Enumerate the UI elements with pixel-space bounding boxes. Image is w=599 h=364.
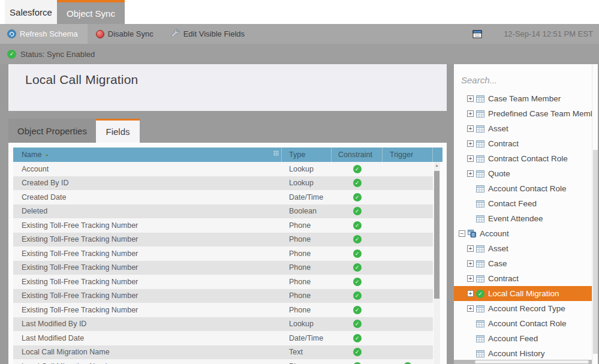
- tree-item-label: Event Attendee: [488, 214, 543, 223]
- table-icon: [476, 215, 484, 222]
- table-row[interactable]: Existing Toll-Free Tracking NumberPhone✓: [13, 275, 433, 289]
- column-header-name[interactable]: Name ▲: [13, 148, 282, 162]
- table-row[interactable]: Existing Toll-Free Tracking NumberPhone✓: [13, 289, 433, 303]
- table-row[interactable]: DeletedBoolean✓: [13, 204, 433, 219]
- tree-item-predefined-case-team-member[interactable]: +Predefined Case Team Member: [454, 106, 592, 121]
- column-header-type[interactable]: Type: [282, 148, 332, 162]
- tree-item-account[interactable]: −Account: [454, 226, 592, 241]
- expand-icon[interactable]: +: [467, 95, 474, 102]
- tree-item-label: Account Contact Role: [488, 184, 567, 193]
- expand-icon[interactable]: +: [467, 275, 474, 282]
- cell-constraint: ✓: [332, 303, 383, 317]
- table-row[interactable]: Created By IDLookup✓: [13, 176, 433, 191]
- tree-item-label: Account Contact Role: [488, 319, 567, 328]
- constraint-check-icon: ✓: [353, 306, 362, 314]
- cell-constraint: ✓: [332, 275, 383, 289]
- cell-constraint: ✓: [332, 345, 383, 360]
- tree-item-label: Account Record Type: [488, 304, 565, 313]
- table-icon: [476, 170, 484, 178]
- sidebar-horizontal-scrollbar[interactable]: [454, 360, 592, 364]
- tree-item-account-contact-role[interactable]: Account Contact Role: [454, 181, 592, 196]
- page-title: Local Call Migration: [8, 64, 447, 87]
- constraint-check-icon: ✓: [353, 278, 362, 286]
- cell-name: Existing Toll-Free Tracking Number: [13, 303, 282, 317]
- tree-item-local-call-migration[interactable]: +✓Local Call Migration: [454, 286, 592, 301]
- expand-icon[interactable]: +: [467, 170, 474, 177]
- cell-constraint: ✓: [332, 162, 383, 176]
- edit-visible-fields-button[interactable]: Edit Visible Fields: [162, 24, 253, 44]
- tree-item-case-team-member[interactable]: +Case Team Member: [454, 91, 592, 106]
- table-row[interactable]: Last Modified By IDLookup✓: [13, 317, 433, 332]
- tree-item-account-contact-role[interactable]: Account Contact Role: [454, 316, 592, 331]
- tree-item-account-history[interactable]: Account History: [454, 346, 592, 361]
- expand-icon[interactable]: +: [467, 245, 474, 252]
- tree-item-event-attendee[interactable]: Event Attendee: [454, 211, 592, 226]
- refresh-schema-button[interactable]: Refresh Schema: [0, 24, 88, 44]
- table-icon: [476, 350, 484, 357]
- cell-name: Created Date: [13, 190, 282, 204]
- tree-item-account-record-type[interactable]: +Account Record Type: [454, 301, 592, 316]
- table-row[interactable]: Local Call Migration NumberPhone✓✓: [13, 359, 433, 364]
- constraint-check-icon: ✓: [353, 249, 362, 258]
- constraint-check-icon: ✓: [353, 207, 362, 215]
- cell-type: Phone: [282, 289, 332, 303]
- tab-salesforce[interactable]: Salesforce: [5, 0, 57, 24]
- table-row[interactable]: Existing Toll-Free Tracking NumberPhone✓: [13, 303, 433, 317]
- collapse-icon[interactable]: −: [459, 230, 465, 237]
- table-row[interactable]: Existing Toll-Free Tracking NumberPhone✓: [13, 261, 433, 275]
- tree-item-quote[interactable]: +Quote: [454, 166, 592, 181]
- tree-item-account-feed[interactable]: Account Feed: [454, 331, 592, 346]
- table-row[interactable]: Existing Toll-Free Tracking NumberPhone✓: [13, 233, 433, 247]
- scroll-up-arrow-icon[interactable]: ▲: [434, 163, 440, 167]
- cell-trigger: [383, 289, 433, 303]
- table-vertical-scrollbar[interactable]: ▲: [434, 162, 440, 364]
- cell-trigger: [383, 275, 433, 289]
- tree-item-asset[interactable]: +Asset: [454, 121, 592, 136]
- tree-item-label: Quote: [488, 169, 510, 178]
- expand-icon[interactable]: +: [467, 305, 474, 312]
- table-row[interactable]: Existing Toll-Free Tracking NumberPhone✓: [13, 218, 433, 233]
- table-row[interactable]: AccountLookup✓: [13, 162, 433, 176]
- column-header-trigger[interactable]: Trigger: [383, 148, 433, 162]
- column-header-constraint[interactable]: Constraint: [332, 148, 383, 162]
- status-text: Status: Sync Enabled: [20, 50, 95, 59]
- table-icon: [476, 335, 484, 342]
- tab-fields[interactable]: Fields: [96, 119, 140, 143]
- tab-object-sync-label: Object Sync: [67, 8, 115, 19]
- tree-item-asset[interactable]: +Asset: [454, 241, 592, 256]
- cell-constraint: ✓: [332, 233, 383, 247]
- expand-icon[interactable]: +: [467, 140, 474, 147]
- expand-icon[interactable]: +: [467, 155, 474, 162]
- tree-item-contract[interactable]: +Contract: [454, 136, 592, 151]
- cell-type: Boolean: [282, 204, 332, 219]
- tab-object-sync[interactable]: Object Sync: [57, 0, 125, 24]
- sidebar-vertical-scrollbar[interactable]: [592, 64, 598, 364]
- expand-icon[interactable]: +: [467, 110, 474, 117]
- column-header-spacer: [433, 148, 443, 162]
- expand-icon[interactable]: +: [467, 125, 474, 132]
- tree-item-label: Contact Feed: [488, 199, 537, 208]
- app-window: Salesforce Object Sync Refresh Schema Di…: [0, 0, 599, 364]
- tree-item-case[interactable]: +Case: [454, 256, 592, 271]
- tree-item-contact-feed[interactable]: Contact Feed: [454, 196, 592, 211]
- disable-sync-button[interactable]: Disable Sync: [88, 24, 162, 44]
- table-row[interactable]: Local Call Migration NameText✓: [13, 345, 433, 360]
- tree-item-contract-contact-role[interactable]: +Contract Contact Role: [454, 151, 592, 166]
- object-title-panel: Local Call Migration: [8, 64, 447, 111]
- calendar-icon[interactable]: [472, 30, 482, 38]
- sidebar-vscroll-thumb[interactable]: [593, 150, 598, 354]
- search-input[interactable]: [461, 72, 581, 88]
- cell-trigger: [383, 317, 433, 332]
- table-row[interactable]: Created DateDate/Time✓: [13, 190, 433, 204]
- tree-item-contract[interactable]: +Contract: [454, 271, 592, 286]
- table-row[interactable]: Last Modified DateDate/Time✓: [13, 331, 433, 345]
- tab-object-properties[interactable]: Object Properties: [8, 119, 96, 143]
- sidebar-hscroll-thumb[interactable]: [475, 360, 589, 363]
- tree-item-label: Case Team Member: [488, 94, 561, 103]
- table-scrollbar-thumb[interactable]: [434, 171, 440, 299]
- column-resize-handle-icon[interactable]: [273, 149, 279, 158]
- table-row[interactable]: Existing Toll-Free Tracking NumberPhone✓: [13, 246, 433, 261]
- expand-icon[interactable]: +: [467, 290, 474, 297]
- expand-icon[interactable]: +: [467, 260, 474, 267]
- toolbar: Refresh Schema Disable Sync Edit Visible…: [0, 24, 599, 44]
